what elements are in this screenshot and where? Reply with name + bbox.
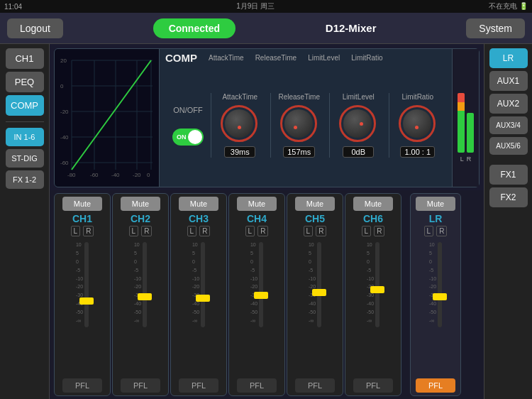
- ch4-mute-button[interactable]: Mute: [237, 197, 277, 211]
- ch5-mute-button[interactable]: Mute: [295, 197, 335, 211]
- limitlvl-dot: [360, 122, 363, 126]
- ch4-l-box: L: [245, 226, 255, 236]
- toggle-text: ON: [177, 133, 187, 141]
- ch5-lr-row: L R: [304, 226, 327, 236]
- ch6-lr-row: L R: [362, 226, 385, 236]
- ch4-fader-track[interactable]: [259, 242, 263, 327]
- lr-pfl-button[interactable]: PFL: [416, 378, 455, 393]
- ch4-fader-handle[interactable]: [254, 292, 268, 299]
- ch5-scale: 1050-5-10-20-30-40-50-∞: [309, 241, 316, 325]
- lr-fader-handle[interactable]: [433, 293, 447, 300]
- limitlvl-header: LimitLevel: [308, 54, 340, 62]
- attack-dot: [238, 126, 241, 129]
- lr-mute-button[interactable]: Mute: [416, 197, 455, 211]
- sidebar-btn-in16[interactable]: IN 1-6: [6, 128, 44, 146]
- right-btn-aux1[interactable]: AUX1: [489, 71, 528, 91]
- sidebar-btn-stdig[interactable]: ST-DIG: [6, 149, 44, 168]
- ch1-pfl-button[interactable]: PFL: [62, 378, 102, 393]
- channel-ch6: Mute CH6 L R 1050-5-10-20-30-40-50-∞: [345, 193, 401, 396]
- limitratio-knob[interactable]: [399, 105, 437, 143]
- left-sidebar: CH1 PEQ COMP IN 1-6 ST-DIG FX 1-2: [0, 44, 50, 399]
- ch5-fader-handle[interactable]: [312, 289, 326, 296]
- param-attack: AttackTime 39ms: [211, 93, 269, 158]
- r-label: R: [467, 155, 472, 163]
- ch3-fader-track[interactable]: [201, 242, 205, 327]
- ch3-pfl-button[interactable]: PFL: [179, 378, 218, 393]
- ch5-l-box: L: [304, 226, 314, 236]
- sys-battery: 不在充电 🔋: [489, 1, 528, 11]
- eq-canvas: [59, 53, 155, 180]
- ch2-fader-track[interactable]: [143, 242, 147, 327]
- right-btn-aux34[interactable]: AUX3/4: [489, 116, 528, 134]
- right-btn-fx1[interactable]: FX1: [489, 165, 528, 185]
- ch1-mute-button[interactable]: Mute: [62, 197, 102, 211]
- ch4-label: CH4: [247, 213, 267, 224]
- comp-header: COMP AttackTime ReleaseTime LimitLevel L…: [165, 52, 446, 64]
- ch2-r-box: R: [141, 226, 152, 236]
- ch2-l-box: L: [129, 226, 139, 236]
- limitlvl-value: 0dB: [343, 146, 374, 158]
- ch6-label: CH6: [363, 213, 383, 224]
- limitlvl-knob[interactable]: [339, 105, 377, 143]
- channels-area: Mute CH1 L R 1050-5-10-20-30-40-50-∞: [50, 190, 484, 399]
- right-btn-lr[interactable]: LR: [489, 48, 528, 68]
- system-button[interactable]: System: [466, 18, 525, 38]
- l-label: L: [460, 155, 464, 163]
- level-bar-l: [458, 93, 465, 153]
- channel-ch1: Mute CH1 L R 1050-5-10-20-30-40-50-∞: [54, 193, 111, 396]
- limitratio-inner: [403, 109, 431, 138]
- sidebar-btn-fx12[interactable]: FX 1-2: [6, 170, 44, 189]
- comp-panel: COMP AttackTime ReleaseTime LimitLevel L…: [54, 48, 480, 187]
- ch3-mute-button[interactable]: Mute: [179, 197, 218, 211]
- right-btn-fx2[interactable]: FX2: [489, 187, 528, 207]
- ch1-l-box: L: [71, 226, 81, 236]
- comp-toggle[interactable]: ON: [172, 129, 204, 146]
- param-limitratio: LimitRatio 1.00 : 1: [389, 93, 447, 158]
- ch6-fader-handle[interactable]: [370, 286, 384, 293]
- channel-ch4: Mute CH4 L R 1050-5-10-20-30-40-50-∞: [228, 193, 285, 396]
- ch6-fader-track[interactable]: [375, 242, 379, 327]
- ch4-pfl-button[interactable]: PFL: [237, 378, 277, 393]
- ch5-pfl-button[interactable]: PFL: [295, 378, 335, 393]
- level-meters: [458, 53, 474, 153]
- attack-knob[interactable]: [221, 105, 259, 143]
- attack-header: AttackTime: [209, 54, 244, 62]
- ch2-pfl-button[interactable]: PFL: [121, 378, 160, 393]
- release-sublabel: ReleaseTime: [278, 93, 320, 101]
- channel-spacer: [403, 193, 409, 396]
- release-header: ReleaseTime: [255, 54, 297, 62]
- sidebar-divider: [6, 121, 44, 122]
- ch3-lr-row: L R: [187, 226, 211, 236]
- toggle-knob: [188, 130, 202, 144]
- lr-scale: 1050-5-10-20-30-40-50-∞: [429, 241, 436, 325]
- limitratio-header: LimitRatio: [351, 54, 382, 62]
- ch5-fader-track[interactable]: [317, 242, 321, 327]
- lr-l-box: L: [424, 226, 434, 236]
- lr-label: LR: [429, 213, 443, 224]
- right-btn-aux56[interactable]: AUX5/6: [489, 137, 528, 155]
- ch1-fader-track[interactable]: [84, 242, 89, 327]
- ch2-mute-button[interactable]: Mute: [121, 197, 160, 211]
- ch3-label: CH3: [189, 213, 209, 224]
- ch2-fader-handle[interactable]: [138, 293, 152, 300]
- limitlvl-sublabel: LimitLevel: [343, 93, 375, 101]
- ch3-fader-handle[interactable]: [196, 295, 210, 302]
- ch1-fader-handle[interactable]: [79, 297, 94, 305]
- connected-button[interactable]: Connected: [153, 18, 235, 38]
- ch3-l-box: L: [187, 226, 197, 236]
- release-knob[interactable]: [280, 105, 318, 143]
- sidebar-btn-peq[interactable]: PEQ: [6, 72, 44, 92]
- limitratio-sublabel: LimitRatio: [402, 93, 433, 101]
- attack-sublabel: AttackTime: [222, 93, 257, 101]
- logout-button[interactable]: Logout: [7, 18, 63, 38]
- attack-value: 39ms: [224, 146, 255, 158]
- right-btn-aux2[interactable]: AUX2: [489, 94, 528, 114]
- ch6-mute-button[interactable]: Mute: [353, 197, 393, 211]
- lr-fader-track[interactable]: [438, 242, 442, 327]
- sidebar-btn-ch1[interactable]: CH1: [6, 48, 44, 69]
- sidebar-btn-comp[interactable]: COMP: [6, 95, 44, 116]
- ch2-lr-row: L R: [129, 226, 153, 236]
- comp-title: COMP: [165, 52, 197, 64]
- system-bar: 11:04 1月9日 周三 不在充电 🔋: [0, 0, 532, 13]
- ch6-pfl-button[interactable]: PFL: [353, 378, 393, 393]
